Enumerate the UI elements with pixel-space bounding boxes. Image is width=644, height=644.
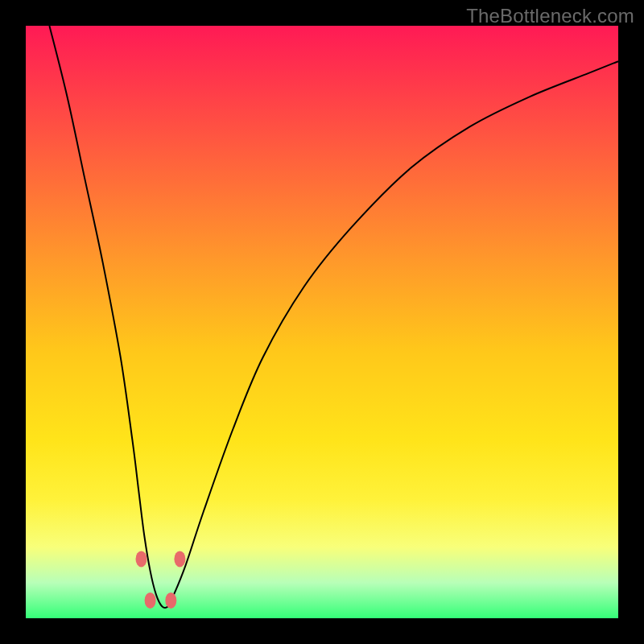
marker-dot-0 [136,551,147,567]
bottleneck-curve [49,26,618,608]
watermark-text: TheBottleneck.com [466,5,634,27]
marker-group [136,551,186,609]
marker-dot-1 [174,551,185,567]
bottleneck-chart [26,26,618,618]
marker-dot-2 [145,592,156,609]
marker-dot-3 [165,592,176,609]
